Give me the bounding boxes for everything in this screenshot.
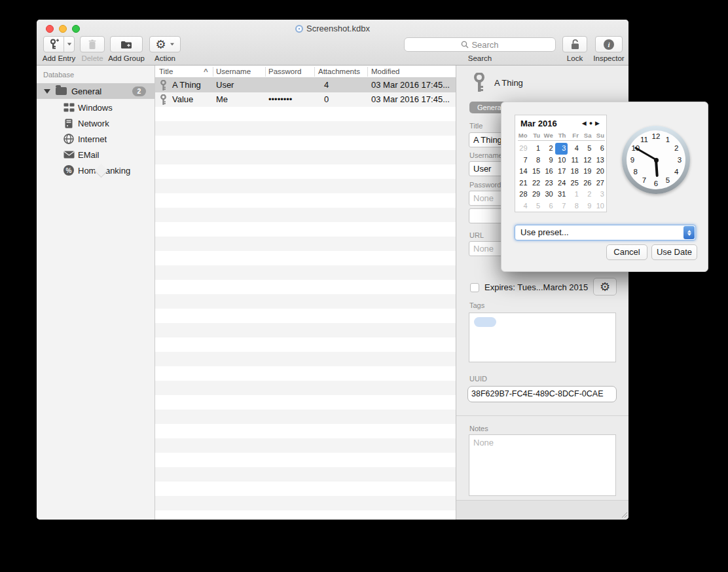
table-row-empty — [155, 251, 456, 265]
delete-button[interactable] — [80, 36, 105, 52]
table-row[interactable]: ValueMe••••••••003 Mar 2016 17:45... — [155, 92, 456, 107]
calendar-day[interactable]: 22 — [530, 178, 543, 189]
window-title: Screenshot.kdbx — [37, 24, 628, 33]
calendar-day[interactable]: 24 — [555, 178, 568, 189]
notes-field[interactable]: None — [469, 434, 616, 496]
hour-hand[interactable] — [655, 160, 659, 177]
calendar-day[interactable]: 15 — [530, 166, 543, 178]
weekday-label: Tu — [530, 132, 543, 139]
trash-icon — [88, 39, 97, 50]
calendar-day[interactable]: 4 — [517, 200, 530, 212]
calendar-day[interactable]: 5 — [530, 200, 543, 212]
calendar-weekdays: MoTuWeThFrSaSu — [517, 132, 606, 139]
expires-date-button[interactable]: ⚙ — [593, 278, 617, 296]
sidebar-item-email[interactable]: EMail — [37, 147, 155, 162]
calendar-day[interactable]: 8 — [568, 200, 581, 212]
cell-username: User — [216, 80, 234, 90]
windows-icon — [63, 102, 75, 113]
today-icon[interactable]: ● — [589, 120, 595, 126]
entry-title: A Thing — [494, 78, 523, 88]
calendar-day[interactable]: 2 — [581, 189, 594, 200]
calendar-day[interactable]: 9 — [581, 200, 594, 212]
gear-icon: ⚙ — [155, 39, 166, 50]
calendar-day[interactable]: 3 — [593, 189, 606, 200]
calendar-day[interactable]: 30 — [542, 189, 555, 200]
calendar-day[interactable]: 28 — [517, 189, 530, 200]
calendar-day[interactable]: 18 — [568, 166, 581, 178]
sidebar-item-network[interactable]: Network — [37, 115, 155, 131]
next-month-icon[interactable]: ▶ — [595, 120, 602, 126]
calendar-day[interactable]: 23 — [542, 178, 555, 189]
calendar-day[interactable]: 29 — [517, 143, 530, 155]
calendar-day[interactable]: 7 — [555, 200, 568, 212]
preset-dropdown[interactable]: Use preset... — [515, 225, 696, 240]
search-input[interactable]: Search — [404, 37, 556, 52]
calendar-day[interactable]: 12 — [581, 155, 594, 166]
calendar-day[interactable]: 19 — [581, 166, 594, 178]
tags-field[interactable] — [469, 313, 616, 362]
table-row-empty — [155, 323, 456, 337]
sidebar-item-internet[interactable]: Internet — [37, 131, 155, 147]
column-header-title[interactable]: Title — [159, 67, 173, 75]
table-row[interactable]: A ThingUser403 Mar 2016 17:45... — [155, 78, 456, 92]
calendar-day[interactable]: 17 — [555, 166, 568, 178]
calendar-day[interactable]: 13 — [593, 155, 606, 166]
calendar-day[interactable]: 20 — [593, 166, 606, 178]
table-row-empty — [155, 179, 456, 193]
calendar-day[interactable]: 1 — [568, 189, 581, 200]
cancel-button[interactable]: Cancel — [606, 244, 647, 260]
calendar-day[interactable]: 8 — [530, 155, 543, 166]
clock-numeral: 6 — [654, 180, 658, 187]
calendar-day[interactable]: 14 — [517, 166, 530, 178]
column-header-attachments[interactable]: Attachments — [318, 67, 360, 75]
calendar-day[interactable]: 16 — [542, 166, 555, 178]
sidebar-item-label: EMail — [78, 150, 100, 160]
calendar-day[interactable]: 1 — [530, 143, 543, 155]
add-entry-button[interactable] — [43, 36, 75, 52]
calendar-day[interactable]: 6 — [593, 143, 606, 155]
expires-checkbox[interactable] — [470, 283, 479, 292]
column-header-username[interactable]: Username — [216, 67, 251, 75]
calendar-day[interactable]: 9 — [542, 155, 555, 166]
info-icon: i — [604, 39, 614, 50]
calendar-day[interactable]: 5 — [581, 143, 594, 155]
inspector-button[interactable]: i — [595, 36, 623, 52]
calendar-day[interactable]: 10 — [593, 200, 606, 212]
calendar-day[interactable]: 31 — [555, 189, 568, 200]
clock-numeral: 4 — [674, 168, 678, 176]
calendar-grid: 2912345678910111213141516171819202122232… — [517, 143, 606, 212]
calendar-day[interactable]: 27 — [593, 178, 606, 189]
uuid-field[interactable]: 38F629B7-FC4E-489C-8DCF-0CAE — [467, 386, 617, 402]
resize-grip[interactable] — [621, 512, 628, 518]
calendar-day[interactable]: 11 — [568, 155, 581, 166]
calendar-day[interactable]: 4 — [568, 143, 581, 155]
disclosure-triangle-icon[interactable] — [44, 89, 50, 94]
calendar-day[interactable]: 26 — [581, 178, 594, 189]
calendar-day[interactable]: 29 — [530, 189, 543, 200]
calendar-day[interactable]: 2 — [542, 143, 555, 155]
cell-title: A Thing — [172, 80, 201, 90]
calendar-day[interactable]: 25 — [568, 178, 581, 189]
sidebar: Database General 2 WindowsNetworkInterne… — [37, 66, 155, 520]
action-button[interactable]: ⚙ — [149, 36, 181, 52]
column-header-modified[interactable]: Modified — [371, 67, 399, 75]
lock-button[interactable] — [562, 36, 587, 52]
sidebar-item-windows[interactable]: Windows — [37, 100, 155, 115]
calendar-day[interactable]: 6 — [542, 200, 555, 212]
clock-numeral: 11 — [640, 136, 648, 143]
tag-token[interactable] — [474, 317, 496, 327]
chevron-down-icon[interactable] — [64, 43, 74, 46]
calendar-day[interactable]: 21 — [517, 178, 530, 189]
calendar-day-selected[interactable]: 3 — [555, 143, 568, 155]
table-row-empty — [155, 395, 456, 410]
sidebar-item-general[interactable]: General 2 — [37, 83, 155, 99]
column-header-password[interactable]: Password — [268, 67, 302, 75]
internet-icon — [63, 133, 75, 145]
calendar-day[interactable]: 7 — [517, 155, 530, 166]
analog-clock: 123456789101112 — [622, 126, 690, 194]
calendar-day[interactable]: 10 — [555, 155, 568, 166]
add-group-button[interactable] — [110, 36, 143, 52]
use-date-button[interactable]: Use Date — [651, 244, 697, 260]
prev-month-icon[interactable]: ◀ — [582, 120, 589, 126]
cell-modified: 03 Mar 2016 17:45... — [371, 94, 450, 104]
